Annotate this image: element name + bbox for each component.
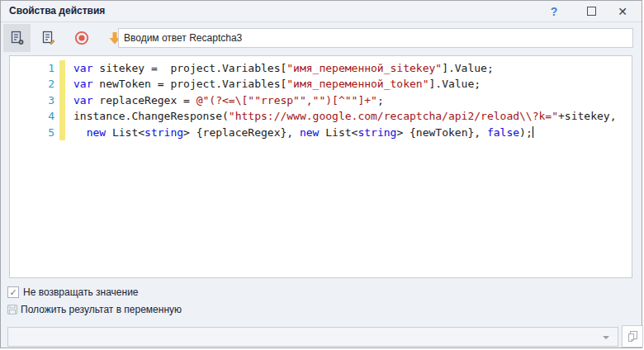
code-token: +sitekey, bbox=[558, 110, 616, 122]
no-return-value-row: ✓ Не возвращать значение bbox=[7, 286, 139, 299]
code-token: var bbox=[73, 78, 92, 90]
change-tracking-bar bbox=[59, 60, 65, 140]
code-token: > {newToken}, bbox=[396, 126, 487, 139]
code-token: "имя_переменной_sitekey" bbox=[286, 62, 442, 74]
maximize-icon bbox=[587, 7, 596, 16]
title-bar: Свойства действия ? ✕ bbox=[1, 1, 642, 22]
code-line: instance.ChangeResponse("https://www.goo… bbox=[73, 108, 628, 124]
record-icon bbox=[73, 30, 90, 46]
code-token: ].Value; bbox=[429, 78, 481, 90]
code-token: List< bbox=[319, 126, 358, 139]
code-token: new bbox=[87, 126, 106, 139]
action-properties-icon bbox=[9, 30, 26, 46]
line-number: 4 bbox=[10, 108, 54, 124]
checkmark-icon: ✓ bbox=[9, 287, 17, 298]
code-token: > {replaceRegex}, bbox=[183, 126, 300, 139]
close-button[interactable]: ✕ bbox=[610, 1, 635, 21]
code-token: @"(?<=\[""rresp"","")[^""]+" bbox=[197, 94, 377, 106]
save-floppy-icon bbox=[7, 304, 18, 315]
code-line: new List<string> {replaceRegex}, new Lis… bbox=[73, 125, 628, 140]
code-token: ; bbox=[377, 94, 384, 106]
code-token: false bbox=[487, 126, 519, 139]
code-token: ); bbox=[519, 126, 533, 139]
line-number: 3 bbox=[10, 92, 54, 108]
action-properties-button[interactable] bbox=[3, 24, 31, 52]
line-number: 2 bbox=[10, 76, 54, 92]
copy-button[interactable] bbox=[622, 325, 643, 348]
code-token: new bbox=[300, 126, 319, 139]
toolbar bbox=[1, 23, 642, 54]
action-name-input[interactable] bbox=[118, 28, 633, 48]
code-token: replaceRegex = bbox=[92, 94, 196, 106]
line-number: 1 bbox=[10, 60, 54, 76]
code-token: ].Value; bbox=[442, 62, 494, 74]
code-token: string bbox=[144, 126, 183, 139]
code-token: "имя_переменной_token" bbox=[286, 78, 429, 90]
help-button[interactable]: ? bbox=[542, 1, 566, 21]
result-variable-dropdown[interactable] bbox=[7, 327, 618, 347]
record-button[interactable] bbox=[68, 24, 95, 52]
edit-code-button[interactable] bbox=[35, 24, 62, 52]
code-token: newToken = project.Variables[ bbox=[92, 78, 286, 90]
chevron-down-icon bbox=[603, 336, 609, 339]
edit-code-icon bbox=[40, 30, 57, 46]
code-line: var newToken = project.Variables["имя_пе… bbox=[73, 76, 628, 92]
window-title: Свойства действия bbox=[9, 5, 105, 17]
code-token: instance.ChangeResponse( bbox=[73, 110, 229, 122]
no-return-value-label[interactable]: Не возвращать значение bbox=[23, 286, 139, 298]
code-token: var bbox=[73, 94, 92, 106]
copy-icon bbox=[627, 330, 639, 343]
code-line: var sitekey = project.Variables["имя_пер… bbox=[73, 60, 628, 76]
help-icon: ? bbox=[551, 5, 558, 18]
code-token: List< bbox=[106, 126, 144, 139]
code-token bbox=[73, 126, 87, 139]
code-token: "https://www.google.com/recaptcha/api2/r… bbox=[229, 110, 558, 122]
line-number-gutter: 12345 bbox=[10, 60, 54, 140]
code-token: var bbox=[73, 62, 92, 74]
save-result-row: Положить результат в переменную bbox=[7, 303, 182, 316]
save-result-label: Положить результат в переменную bbox=[21, 304, 182, 315]
action-properties-window: Свойства действия ? ✕ bbox=[0, 0, 642, 348]
code-line: var replaceRegex = @"(?<=\[""rresp"","")… bbox=[73, 92, 628, 108]
code-editor[interactable]: 12345 var sitekey = project.Variables["и… bbox=[9, 55, 632, 278]
code-lines: var sitekey = project.Variables["имя_пер… bbox=[73, 60, 628, 140]
code-token: string bbox=[358, 126, 396, 139]
text-caret bbox=[533, 126, 533, 138]
close-icon: ✕ bbox=[618, 5, 627, 18]
line-number: 5 bbox=[10, 125, 54, 140]
code-token: sitekey = project.Variables[ bbox=[92, 62, 286, 74]
no-return-value-checkbox[interactable]: ✓ bbox=[7, 286, 19, 298]
maximize-button[interactable] bbox=[579, 1, 604, 21]
